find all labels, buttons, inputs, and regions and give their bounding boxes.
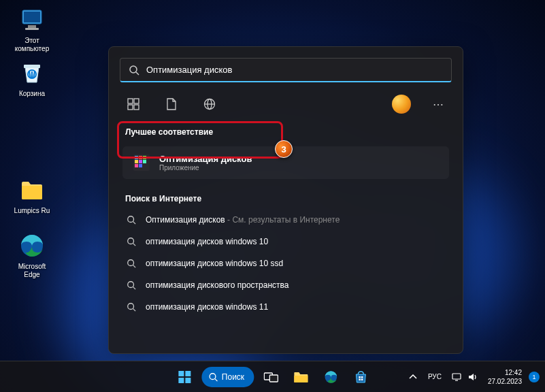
system-tray[interactable] [448,370,481,385]
search-icon [127,237,136,246]
web-result-item[interactable]: оптимизация дисков windows 10 [120,231,452,252]
recycle-bin-icon [18,59,46,87]
svg-line-26 [133,222,136,225]
svg-line-40 [214,378,217,381]
svg-rect-37 [178,378,184,383]
desktop-icon-recycle-bin[interactable]: Корзина [8,59,56,98]
svg-rect-49 [452,374,461,379]
svg-rect-9 [128,99,133,103]
svg-rect-45 [359,376,361,378]
web-result-item[interactable]: оптимизация дисков windows 11 [120,296,452,318]
edge-icon [18,231,46,260]
filter-web-icon[interactable] [199,93,220,115]
desktop-icon-label: Корзина [19,90,45,98]
svg-rect-11 [128,105,133,110]
svg-point-25 [128,216,134,223]
svg-line-30 [133,265,136,268]
svg-line-34 [133,309,136,312]
taskbar-explorer-button[interactable] [288,364,314,390]
svg-rect-10 [134,99,139,103]
svg-line-28 [133,244,136,246]
desktop-icon-label: Этот компьютер [15,37,49,53]
search-icon [127,259,136,268]
filter-documents-icon[interactable] [161,93,182,115]
svg-rect-22 [143,160,146,163]
svg-line-32 [133,287,136,290]
svg-rect-47 [359,378,361,380]
svg-rect-35 [178,371,184,376]
search-input[interactable] [146,65,443,75]
search-icon [127,280,136,290]
best-match-title: Оптимизация дисков [159,154,252,164]
taskbar-edge-button[interactable] [318,364,344,390]
svg-rect-1 [24,12,40,22]
best-match-subtitle: Приложение [159,164,252,172]
svg-rect-4 [24,65,40,68]
task-view-button[interactable] [258,364,284,390]
search-icon [127,215,136,225]
search-icon [127,302,136,312]
desktop-icon-label: Microsoft Edge [18,263,46,279]
svg-rect-19 [143,156,146,159]
svg-line-8 [136,72,139,75]
tray-overflow-button[interactable] [405,370,421,384]
volume-icon [467,372,478,382]
svg-point-29 [128,260,134,266]
svg-rect-21 [139,160,142,163]
svg-rect-20 [135,160,138,163]
web-results-header: Поиск в Интернете [109,189,463,209]
svg-point-27 [128,238,134,244]
svg-point-39 [210,373,216,379]
taskbar-search-label: Поиск [222,372,244,382]
annotation-step-badge: 3 [275,140,293,158]
desktop-icon-this-pc[interactable]: Этот компьютер [8,5,56,53]
desktop-icon-edge[interactable]: Microsoft Edge [8,231,56,279]
language-indicator[interactable]: РУС [428,373,442,380]
taskbar: Поиск РУС 12:4 [0,361,545,392]
taskbar-right: РУС 12:42 27.02.2023 1 [405,368,540,386]
clock[interactable]: 12:42 27.02.2023 [488,368,522,386]
svg-rect-2 [28,25,36,28]
best-match-header: Лучшее соответствие [109,122,463,142]
pc-icon [18,5,46,34]
svg-point-33 [128,304,134,310]
search-box[interactable] [120,58,452,82]
network-icon [451,372,462,382]
taskbar-store-button[interactable] [348,364,374,390]
filter-row: ⋯ [109,93,463,122]
folder-icon [18,176,46,204]
filter-apps-icon[interactable] [122,93,144,115]
defrag-app-icon [132,153,151,172]
search-icon [129,65,139,76]
date-text: 27.02.2023 [488,377,522,386]
time-text: 12:42 [488,368,522,377]
user-avatar[interactable] [392,95,411,114]
svg-rect-38 [185,378,191,383]
svg-rect-18 [139,156,142,159]
svg-rect-24 [139,164,142,167]
svg-rect-23 [135,164,138,167]
taskbar-search-button[interactable]: Поиск [201,367,254,387]
svg-rect-3 [25,28,39,30]
start-button[interactable] [171,364,197,390]
svg-rect-46 [361,376,363,378]
svg-rect-12 [134,105,139,110]
svg-point-7 [130,66,137,73]
taskbar-center: Поиск [171,364,374,390]
desktop: Этот компьютер Корзина Lumpics Ru Micros… [0,0,545,392]
notification-badge[interactable]: 1 [529,372,540,382]
web-result-item[interactable]: Оптимизация дисков - См. результаты в Ин… [120,209,452,231]
desktop-icon-lumpics[interactable]: Lumpics Ru [8,176,56,215]
search-icon [208,372,218,382]
svg-rect-48 [361,378,363,380]
more-button[interactable]: ⋯ [427,95,449,114]
web-result-item[interactable]: оптимизация дискового пространства [120,274,452,296]
svg-rect-42 [269,375,278,382]
search-panel: ⋯ Лучшее соответствие Оптимизация дисков… [108,46,463,354]
web-result-item[interactable]: оптимизация дисков windows 10 ssd [120,252,452,274]
svg-rect-17 [135,156,138,159]
desktop-icon-label: Lumpics Ru [14,207,50,215]
web-results-list: Оптимизация дисков - См. результаты в Ин… [109,209,463,318]
svg-rect-43 [294,376,308,382]
svg-rect-36 [185,371,191,376]
